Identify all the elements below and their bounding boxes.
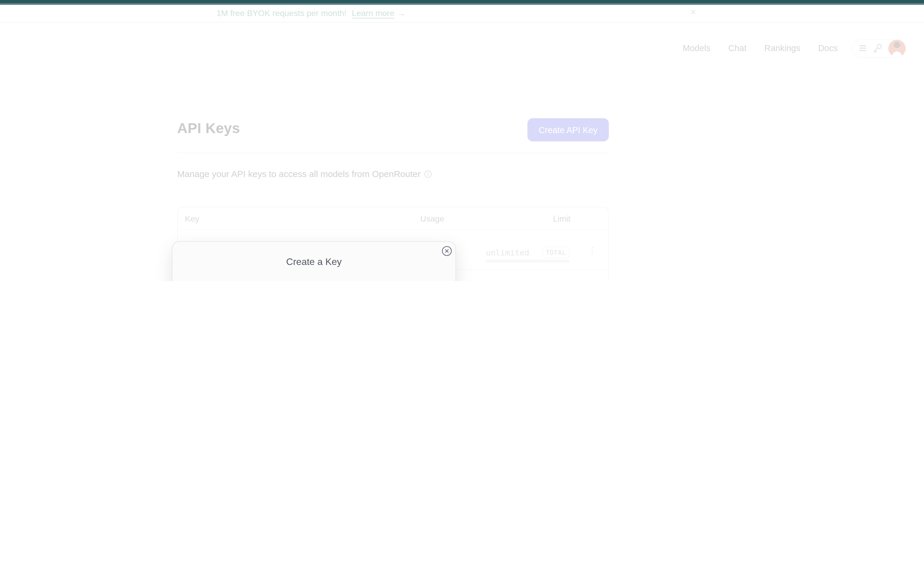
screen: 1M free BYOK requests per month!Learn mo… xyxy=(0,0,924,281)
create-key-modal: Create a Key Name Любое Название Credit xyxy=(172,241,456,281)
modal-title: Create a Key xyxy=(172,242,456,268)
modal-close-icon[interactable] xyxy=(442,246,452,256)
modal-overlay xyxy=(0,4,924,281)
